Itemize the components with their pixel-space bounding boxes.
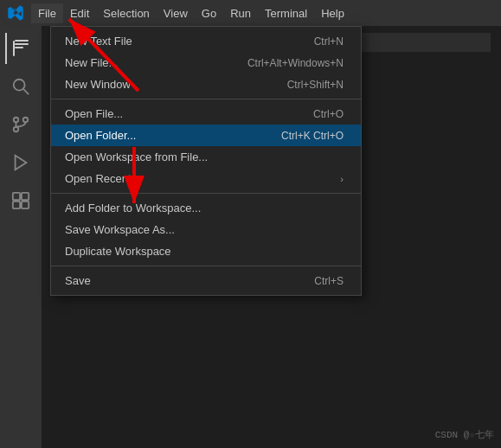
separator-3 <box>51 266 361 266</box>
new-text-file-label: New Text File <box>65 35 132 48</box>
menu-terminal[interactable]: Terminal <box>258 3 314 23</box>
svg-rect-3 <box>13 41 15 56</box>
svg-line-5 <box>23 89 29 94</box>
new-text-file-shortcut: Ctrl+N <box>314 35 344 48</box>
menu-save[interactable]: Save Ctrl+S <box>51 270 361 291</box>
menu-new-window[interactable]: New Window Ctrl+Shift+N <box>51 74 361 95</box>
sidebar-icon-run-debug[interactable] <box>5 147 36 178</box>
menu-edit[interactable]: Edit <box>63 3 96 23</box>
menu-new-file[interactable]: New File... Ctrl+Alt+Windows+N <box>51 52 361 74</box>
svg-point-8 <box>14 127 19 132</box>
svg-rect-11 <box>13 193 20 200</box>
svg-rect-2 <box>15 47 23 48</box>
open-file-shortcut: Ctrl+O <box>313 108 344 120</box>
svg-point-6 <box>14 118 19 123</box>
separator-2 <box>51 193 361 194</box>
menu-run[interactable]: Run <box>223 3 258 23</box>
svg-rect-14 <box>22 202 29 208</box>
open-folder-label: Open Folder... <box>65 129 136 142</box>
menu-new-text-file[interactable]: New Text File Ctrl+N <box>51 30 361 52</box>
svg-rect-12 <box>22 193 29 200</box>
separator-1 <box>51 99 361 99</box>
sidebar-icon-search[interactable] <box>5 71 36 102</box>
svg-point-4 <box>14 80 25 91</box>
watermark: CSDN @☆七年 <box>435 428 494 441</box>
svg-rect-13 <box>13 202 20 208</box>
svg-marker-10 <box>16 156 27 170</box>
new-window-label: New Window <box>65 78 131 91</box>
sidebar <box>0 26 42 448</box>
menu-file[interactable]: File <box>31 3 63 23</box>
menu-go[interactable]: Go <box>195 3 223 23</box>
menu-bar: File Edit Selection View Go Run Terminal… <box>0 0 501 26</box>
new-file-label: New File... <box>65 56 118 69</box>
save-workspace-label: Save Workspace As... <box>65 223 175 236</box>
sidebar-icon-source-control[interactable] <box>5 109 36 140</box>
menu-duplicate-workspace[interactable]: Duplicate Workspace <box>51 240 361 262</box>
svg-rect-0 <box>15 40 29 42</box>
svg-rect-1 <box>15 43 29 45</box>
menu-open-workspace[interactable]: Open Workspace from File... <box>51 146 361 168</box>
sidebar-icon-extensions[interactable] <box>5 185 36 216</box>
menu-open-recent[interactable]: Open Recent › <box>51 168 361 189</box>
menu-view[interactable]: View <box>157 3 195 23</box>
new-file-shortcut: Ctrl+Alt+Windows+N <box>247 57 344 69</box>
sidebar-icon-explorer[interactable] <box>5 33 36 64</box>
new-window-shortcut: Ctrl+Shift+N <box>287 79 344 91</box>
save-shortcut: Ctrl+S <box>314 275 344 287</box>
open-recent-label: Open Recent <box>65 172 132 185</box>
menu-open-folder[interactable]: Open Folder... Ctrl+K Ctrl+O <box>51 125 361 146</box>
open-file-label: Open File... <box>65 107 123 120</box>
vscode-logo <box>3 1 28 25</box>
save-label: Save <box>65 274 91 287</box>
open-folder-shortcut: Ctrl+K Ctrl+O <box>281 130 344 142</box>
file-dropdown-menu: New Text File Ctrl+N New File... Ctrl+Al… <box>50 26 362 296</box>
open-recent-arrow: › <box>340 174 344 184</box>
svg-point-7 <box>23 118 29 123</box>
open-workspace-label: Open Workspace from File... <box>65 150 208 163</box>
menu-add-folder[interactable]: Add Folder to Workspace... <box>51 197 361 219</box>
duplicate-workspace-label: Duplicate Workspace <box>65 245 171 258</box>
menu-help[interactable]: Help <box>314 3 351 23</box>
menu-open-file[interactable]: Open File... Ctrl+O <box>51 103 361 125</box>
menu-save-workspace[interactable]: Save Workspace As... <box>51 219 361 240</box>
add-folder-label: Add Folder to Workspace... <box>65 202 201 214</box>
menu-selection[interactable]: Selection <box>96 3 156 23</box>
